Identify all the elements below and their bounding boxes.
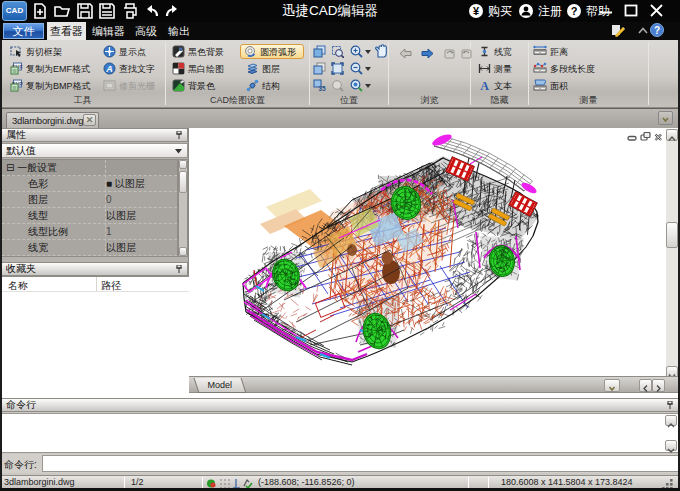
svg-text:35: 35 xyxy=(318,85,326,92)
svg-text:?: ? xyxy=(654,25,660,36)
svg-text:¥: ¥ xyxy=(473,5,480,17)
svg-text:?: ? xyxy=(571,5,578,17)
svg-text:A: A xyxy=(105,64,113,74)
svg-text:A: A xyxy=(480,79,489,92)
